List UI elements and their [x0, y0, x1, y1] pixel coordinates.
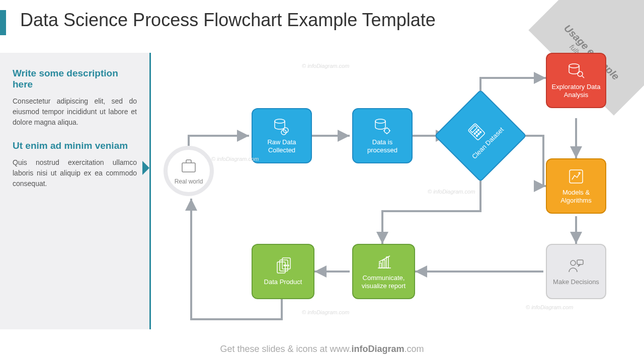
- description-sidebar: Write some description here Consectetur …: [0, 53, 151, 329]
- sidebar-heading-2: Ut enim ad minim veniam: [13, 140, 137, 151]
- node-data-processed: Data is processed: [352, 108, 413, 163]
- svg-rect-19: [379, 263, 381, 268]
- node-label: Communicate, visualize report: [357, 274, 410, 290]
- watermark: © infoDiagram.com: [302, 309, 349, 315]
- page-title: Data Science Process Flowchart Example T…: [20, 10, 436, 31]
- svg-point-5: [384, 128, 389, 133]
- node-label: Raw Data Collected: [257, 138, 307, 154]
- node-eda: Exploratory Data Analysis: [546, 53, 606, 108]
- user-speech-icon: [567, 257, 585, 275]
- svg-point-26: [286, 265, 287, 266]
- svg-point-25: [284, 265, 285, 266]
- node-communicate: Communicate, visualize report: [352, 244, 415, 299]
- svg-point-1: [275, 119, 285, 123]
- svg-point-10: [477, 129, 479, 131]
- footer: Get these slides & icons at www.infoDiag…: [0, 344, 644, 354]
- node-label: Data Product: [264, 278, 302, 286]
- chart-box-icon: [567, 167, 585, 186]
- bar-chart-icon: [375, 253, 393, 271]
- sidebar-para-2: Quis nostrud exercitation ullamco labori…: [13, 157, 137, 189]
- svg-rect-18: [577, 260, 583, 264]
- title-accent: [0, 10, 6, 35]
- svg-point-4: [375, 119, 385, 123]
- flowchart-canvas: Real world Raw Data Collected Data is pr…: [151, 50, 644, 332]
- node-data-product: Data Product: [252, 244, 314, 299]
- svg-rect-0: [182, 163, 195, 172]
- svg-rect-20: [383, 260, 385, 268]
- footer-post: .com: [405, 344, 424, 354]
- watermark: © infoDiagram.com: [211, 156, 259, 162]
- svg-point-14: [569, 64, 579, 68]
- node-label: Data is processed: [357, 138, 408, 154]
- svg-point-11: [476, 135, 478, 137]
- svg-point-17: [571, 260, 576, 265]
- briefcase-icon: [180, 157, 198, 175]
- svg-point-13: [479, 131, 481, 133]
- watermark: © infoDiagram.com: [302, 63, 349, 69]
- node-label: Exploratory Data Analysis: [551, 83, 601, 99]
- svg-point-8: [474, 133, 476, 135]
- node-models: Models & Algorithms: [546, 158, 606, 214]
- documents-icon: [274, 257, 292, 275]
- database-gear-icon: [373, 117, 391, 135]
- node-label: Make Decisions: [553, 278, 599, 286]
- watermark: © infoDiagram.com: [526, 304, 573, 310]
- svg-point-9: [475, 131, 477, 133]
- watermark: © infoDiagram.com: [428, 189, 475, 195]
- svg-rect-21: [386, 257, 388, 268]
- footer-bold: infoDiagram: [352, 344, 405, 354]
- node-label: Real world: [175, 178, 203, 185]
- node-decisions: Make Decisions: [546, 244, 606, 299]
- sidebar-para-1: Consectetur adipiscing elit, sed do eius…: [13, 96, 137, 128]
- database-coins-icon: [273, 117, 291, 135]
- svg-point-12: [477, 133, 479, 135]
- footer-pre: Get these slides & icons at www.: [220, 344, 351, 354]
- node-label: Models & Algorithms: [551, 189, 601, 204]
- svg-point-27: [288, 265, 289, 266]
- svg-point-15: [578, 71, 583, 76]
- node-real-world: Real world: [164, 146, 214, 196]
- database-search-icon: [567, 62, 585, 80]
- node-raw-data: Raw Data Collected: [252, 108, 312, 163]
- sidebar-heading-1: Write some description here: [13, 68, 137, 90]
